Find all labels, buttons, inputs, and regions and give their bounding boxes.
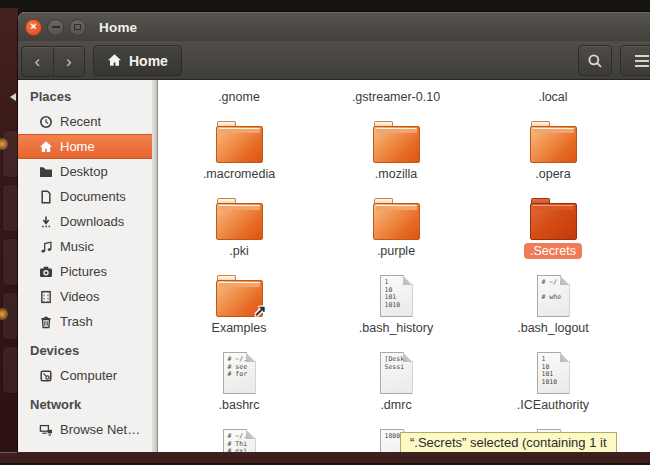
sidebar-item-home[interactable]: Home xyxy=(18,134,152,159)
file-item--pki[interactable]: .pki xyxy=(166,192,312,269)
launcher-tile[interactable] xyxy=(2,184,19,232)
file-name-label: .dmrc xyxy=(374,397,417,413)
places-sidebar: PlacesRecentHomeDesktopDocumentsDownload… xyxy=(18,80,152,452)
sidebar-item-label: Trash xyxy=(60,314,93,329)
folder-icon xyxy=(366,115,426,163)
breadcrumb-label: Home xyxy=(129,53,168,69)
sidebar-item-browsenet[interactable]: Browse Net… xyxy=(18,417,152,442)
unity-launcher-strip xyxy=(0,8,18,462)
sidebar-heading-network: Network xyxy=(18,388,152,417)
file-name-label: .mozilla xyxy=(369,166,423,182)
sidebar-item-downloads[interactable]: Downloads xyxy=(18,209,152,234)
text-file-icon: [DeskSessi xyxy=(366,346,426,394)
launcher-tile[interactable] xyxy=(2,346,19,394)
launcher-tile[interactable] xyxy=(2,238,19,286)
file-item--iceauthority[interactable]: 1101011010.ICEauthority xyxy=(480,346,626,423)
file-item--local[interactable]: .local xyxy=(480,80,626,115)
desktop-background-strip xyxy=(0,452,650,463)
sidebar-item-trash[interactable]: Trash xyxy=(18,309,152,334)
sidebar-item-videos[interactable]: Videos xyxy=(18,284,152,309)
window-body: PlacesRecentHomeDesktopDocumentsDownload… xyxy=(18,80,650,452)
sidebar-heading-devices: Devices xyxy=(18,334,152,363)
file-preview-line: # exi xyxy=(228,448,255,452)
titlebar[interactable]: × Home xyxy=(18,12,650,41)
file-item--purple[interactable]: .purple xyxy=(323,192,469,269)
search-button[interactable] xyxy=(578,45,612,76)
file-preview-line: 1010 xyxy=(542,379,569,387)
selection-status-tooltip: “.Secrets” selected (containing 1 it xyxy=(400,432,617,452)
files-grid: .gnome.gstreamer-0.10.local.macromedia.m… xyxy=(166,80,626,452)
sidebar-item-music[interactable]: Music xyxy=(18,234,152,259)
sidebar-item-label: Music xyxy=(60,239,94,254)
file-name-label: .pki xyxy=(223,243,254,259)
file-item--bash-logout[interactable]: # ~/ : # whe.bash_logout xyxy=(480,269,626,346)
folder-icon: ↗ xyxy=(209,269,269,317)
file-preview-line: 1010 xyxy=(385,302,412,310)
home-icon xyxy=(107,53,122,68)
file-item--gnome[interactable]: .gnome xyxy=(166,80,312,115)
text-file-icon: # ~/ : # whe xyxy=(537,275,570,317)
file-name-label: .bashrc xyxy=(213,397,266,413)
file-name-label: .purple xyxy=(371,243,421,259)
sidebar-item-documents[interactable]: Documents xyxy=(18,184,152,209)
icon-cropped xyxy=(366,80,426,86)
sidebar-item-label: Downloads xyxy=(60,214,124,229)
file-name-label: .ICEauthority xyxy=(511,397,595,413)
window-title: Home xyxy=(99,20,137,35)
breadcrumb-home-button[interactable]: Home xyxy=(93,45,182,76)
file-item-examples[interactable]: ↗Examples xyxy=(166,269,312,346)
file-browser-pane[interactable]: .gnome.gstreamer-0.10.local.macromedia.m… xyxy=(158,80,650,452)
folder-icon xyxy=(530,121,577,163)
nav-button-group: ‹ › xyxy=(21,46,85,77)
icon-cropped xyxy=(523,80,583,86)
sidebar-item-label: Home xyxy=(60,139,95,154)
folder-icon xyxy=(373,121,420,163)
folder-icon xyxy=(209,115,269,163)
sidebar-item-recent[interactable]: Recent xyxy=(18,109,152,134)
file-item--bashrc[interactable]: # ~/.# see# for.bashrc xyxy=(166,346,312,423)
camera-icon xyxy=(39,265,53,279)
file-item--mozilla[interactable]: .mozilla xyxy=(323,115,469,192)
maximize-icon xyxy=(74,24,81,30)
nautilus-window: × Home ‹ › Home PlacesRecentHomeDesktopD… xyxy=(18,12,650,452)
text-file-icon: 1101011010 xyxy=(380,275,413,317)
file-item--bash-history[interactable]: 1101011010.bash_history xyxy=(323,269,469,346)
file-name-label: .bash_logout xyxy=(511,320,595,336)
text-file-icon: # ~/.# see# for xyxy=(209,346,269,394)
text-file-icon: # ~/.# Thi# exi xyxy=(209,423,269,452)
text-file-icon: 1101011010 xyxy=(366,269,426,317)
sidebar-item-computer[interactable]: Computer xyxy=(18,363,152,388)
close-button[interactable]: × xyxy=(25,19,42,36)
film-icon xyxy=(39,290,53,304)
menu-button[interactable] xyxy=(620,45,650,76)
folder-icon: ↗ xyxy=(216,275,263,317)
back-button[interactable]: ‹ xyxy=(22,47,54,76)
file-name-label: Examples xyxy=(206,320,273,336)
maximize-button[interactable] xyxy=(69,19,86,36)
file-name-label: .gnome xyxy=(212,89,266,105)
forward-chevron-icon: › xyxy=(66,53,72,70)
file-item[interactable]: # ~/.# Thi# exi xyxy=(166,423,312,452)
file-item--macromedia[interactable]: .macromedia xyxy=(166,115,312,192)
close-icon: × xyxy=(30,21,36,32)
folder-icon-selected xyxy=(530,198,577,240)
home-icon xyxy=(39,140,53,154)
sidebar-item-pictures[interactable]: Pictures xyxy=(18,259,152,284)
clock-icon xyxy=(39,115,53,129)
file-item--opera[interactable]: .opera xyxy=(480,115,626,192)
computer-icon xyxy=(39,369,53,383)
file-item--dmrc[interactable]: [DeskSessi.dmrc xyxy=(323,346,469,423)
launcher-tile[interactable] xyxy=(2,130,19,178)
folder-icon xyxy=(216,121,263,163)
file-item--secrets[interactable]: .Secrets xyxy=(480,192,626,269)
network-icon xyxy=(39,423,53,437)
file-item--gstreamer-0-10[interactable]: .gstreamer-0.10 xyxy=(323,80,469,115)
sidebar-item-desktop[interactable]: Desktop xyxy=(18,159,152,184)
search-icon xyxy=(587,53,603,69)
forward-button[interactable]: › xyxy=(54,47,85,76)
download-icon xyxy=(39,215,53,229)
sidebar-item-label: Browse Net… xyxy=(60,422,140,437)
file-preview-line: # whe xyxy=(542,294,569,302)
minimize-button[interactable] xyxy=(47,19,64,36)
symlink-arrow-icon: ↗ xyxy=(254,302,267,320)
